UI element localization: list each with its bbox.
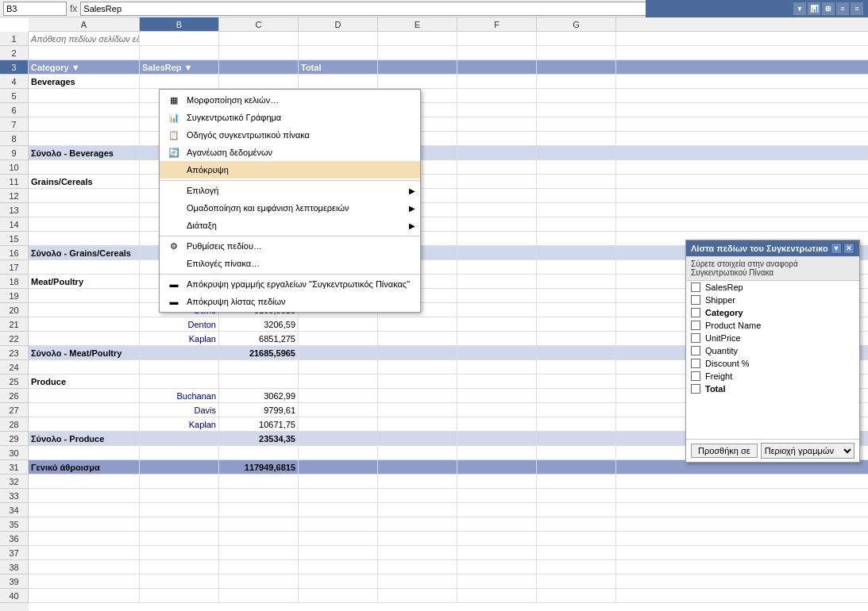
cell-r6-cf[interactable] [457,103,537,117]
cell-r35-cb[interactable] [140,517,219,531]
cell-r15-ca[interactable] [29,232,140,245]
cell-r40-ca[interactable] [29,589,140,602]
cell-r28-cb[interactable]: Kaplan [140,417,219,431]
cell-r8-ca[interactable] [29,132,140,145]
cell-r33-cc[interactable] [219,489,299,502]
cell-r22-cc[interactable]: 6851,275 [219,332,299,345]
cell-r31-cb[interactable] [140,460,219,474]
cell-r22-cf[interactable] [457,332,537,345]
cell-r31-cc[interactable]: 117949,6815 [219,460,299,474]
cell-r1-cb[interactable] [140,32,219,45]
cell-r21-ca[interactable] [29,317,140,331]
cell-r12-ca[interactable] [29,189,140,202]
cell-r27-cb[interactable]: Davis [140,403,219,417]
cell-r17-cf[interactable] [457,260,537,274]
cell-r24-cg[interactable] [537,360,616,374]
cell-r34-cc[interactable] [219,503,299,517]
cell-r37-cd[interactable] [299,546,378,559]
menu-item-3[interactable]: 🔄Αγανέωση δεδομένων [160,144,420,161]
cell-r32-cg[interactable] [537,475,616,488]
cell-r35-cf[interactable] [457,517,537,531]
cell-r36-cb[interactable] [140,532,219,545]
cell-r15-cf[interactable] [457,232,537,245]
cell-r13-cg[interactable] [537,203,616,217]
cell-r34-ca[interactable] [29,503,140,517]
cell-r33-cf[interactable] [457,489,537,502]
table-row[interactable]: Kaplan [29,132,868,146]
cell-r20-ca[interactable] [29,303,140,317]
cell-r33-cg[interactable] [537,489,616,502]
cell-r30-cd[interactable] [299,446,378,459]
cell-r7-ca[interactable] [29,117,140,131]
cell-r5-cg[interactable] [537,89,616,102]
cell-r2-ce[interactable] [378,46,457,60]
table-row[interactable] [29,503,868,517]
field-checkbox-8[interactable] [691,384,700,394]
cell-r23-cc[interactable]: 21685,5965 [219,346,299,359]
cell-r37-ce[interactable] [378,546,457,559]
cell-r2-ca[interactable] [29,46,140,60]
table-row[interactable] [29,574,868,589]
field-item-1[interactable]: Shipper [686,294,859,306]
table-row[interactable]: Απόθεση πεδίων σελίδων εδώ [29,32,868,46]
menu-item-6[interactable]: Ομαδοποίηση και εμφάνιση λεπτομερειών▶ [160,199,420,217]
cell-r14-ca[interactable] [29,217,140,231]
cell-r4-ca[interactable]: Beverages [29,75,140,88]
field-checkbox-4[interactable] [691,333,700,343]
field-item-8[interactable]: Total [686,382,859,395]
cell-r32-ca[interactable] [29,475,140,488]
menu-item-0[interactable]: ▦Μορφοποίηση κελιών… [160,91,420,109]
cell-r32-cc[interactable] [219,475,299,488]
cell-r33-ca[interactable] [29,489,140,502]
menu-item-9[interactable]: Επιλογές πίνακα… [160,255,420,272]
area-select[interactable]: Περιοχή γραμμών [761,443,854,459]
cell-r29-ce[interactable] [378,432,457,445]
cell-r24-cb[interactable] [140,360,219,374]
table-row[interactable] [29,46,868,60]
cell-r26-ce[interactable] [378,389,457,402]
cell-r31-cf[interactable] [457,460,537,474]
cell-r3-cd[interactable]: Total [299,60,378,74]
table-row[interactable]: Denton [29,117,868,132]
cell-r3-cg[interactable] [537,60,616,74]
cell-r6-ca[interactable] [29,103,140,117]
cell-r22-cd[interactable] [299,332,378,345]
field-checkbox-7[interactable] [691,371,700,381]
cell-r25-cc[interactable] [219,375,299,388]
cell-r36-cc[interactable] [219,532,299,545]
cell-r32-cb[interactable] [140,475,219,488]
cell-r26-ca[interactable] [29,389,140,402]
field-item-4[interactable]: UnitPrice [686,332,859,344]
field-item-0[interactable]: SalesRep [686,281,859,294]
cell-r39-cg[interactable] [537,574,616,588]
field-checkbox-5[interactable] [691,346,700,355]
table-row[interactable]: Davis [29,203,868,217]
cell-r37-cg[interactable] [537,546,616,559]
cell-r27-cf[interactable] [457,403,537,417]
cell-r30-cb[interactable] [140,446,219,459]
cell-r3-ce[interactable] [378,60,457,74]
cell-r14-cf[interactable] [457,217,537,231]
cell-r39-cc[interactable] [219,574,299,588]
cell-r38-cb[interactable] [140,560,219,574]
cell-r36-cg[interactable] [537,532,616,545]
cell-r26-cf[interactable] [457,389,537,402]
cell-r1-cd[interactable] [299,32,378,45]
cell-r21-cc[interactable]: 3206,59 [219,317,299,331]
cell-r33-cd[interactable] [299,489,378,502]
pivot-icon-2[interactable]: 📊 [808,2,820,15]
cell-r38-ce[interactable] [378,560,457,574]
cell-r24-cf[interactable] [457,360,537,374]
cell-r21-ce[interactable] [378,317,457,331]
cell-r11-ca[interactable]: Grains/Cereals [29,175,140,188]
cell-r20-cf[interactable] [457,303,537,317]
table-row[interactable] [29,160,868,175]
cell-r4-cf[interactable] [457,75,537,88]
cell-r33-ce[interactable] [378,489,457,502]
cell-r23-ca[interactable]: Σύνολο - Meat/Poultry [29,346,140,359]
cell-r37-cc[interactable] [219,546,299,559]
cell-r33-cb[interactable] [140,489,219,502]
cell-r30-ca[interactable] [29,446,140,459]
table-row[interactable]: Buchanan [29,89,868,103]
field-item-7[interactable]: Freight [686,370,859,382]
